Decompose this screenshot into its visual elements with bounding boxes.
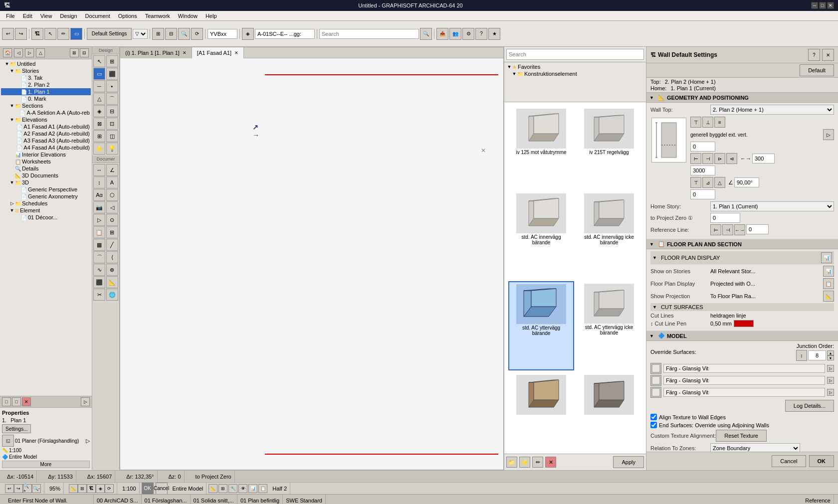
select-button[interactable]: 🏗 <box>31 28 43 40</box>
tool-angle-dim[interactable]: ∠ <box>106 164 118 176</box>
sb-tool-2[interactable]: ⊞ <box>78 484 87 493</box>
model-section-header[interactable]: ▼ 🔷 MODEL <box>646 331 838 341</box>
layer-input[interactable] <box>208 29 237 39</box>
nav-add-button[interactable]: □ <box>2 397 11 406</box>
angle-btn-2[interactable]: ⊿ <box>702 177 713 188</box>
end-surfaces-checkbox[interactable] <box>650 422 657 428</box>
wall-top-select[interactable]: 2. Plan 2 (Home + 1) <box>710 105 834 115</box>
surface-arrow-3[interactable]: ▷ <box>827 389 834 396</box>
menu-teamwork[interactable]: Teamwork <box>141 13 174 19</box>
ref-line-btn-2[interactable]: ⊣ <box>722 224 733 235</box>
ref-line-btn-1[interactable]: ⊢ <box>710 224 721 235</box>
search-input[interactable] <box>319 29 419 39</box>
status-layer-2[interactable]: 01 Förslagshan... <box>142 495 191 504</box>
menu-document[interactable]: Document <box>81 13 114 19</box>
tool-move[interactable]: ⊞ <box>106 55 118 67</box>
nav-forward-button[interactable]: ▷ <box>25 48 34 57</box>
show-stories-icon[interactable]: 📊 <box>823 266 834 277</box>
nav-item-section-aa[interactable]: 📄 A-A Sektion A-A (Auto-reb <box>1 109 91 116</box>
tool-mesh[interactable]: 🌐 <box>106 289 118 301</box>
angle-input[interactable] <box>734 177 759 187</box>
tool-fill[interactable]: ▦ <box>93 239 105 251</box>
sb-cancel-btn[interactable]: Cancel <box>156 483 168 495</box>
nav-item-decor[interactable]: 📄 01 Décoor... <box>1 214 91 221</box>
tool-3d-cut[interactable]: ✂ <box>93 289 105 301</box>
sb-tool-1[interactable]: 📐 <box>69 484 78 493</box>
nav-item-element[interactable]: ▼ ⊞ Element <box>1 207 91 214</box>
sb-extra-1[interactable]: 📐 <box>209 484 217 493</box>
tool-beam[interactable]: ─ <box>93 80 105 92</box>
undo-button[interactable]: ↩ <box>2 28 14 40</box>
sb-tool-4[interactable]: ◈ <box>96 484 105 493</box>
nav-item-worksheets[interactable]: 📋 Worksheets <box>1 158 91 165</box>
relation-zones-select[interactable]: Zone Boundary <box>710 443 800 452</box>
fp-display-header[interactable]: ▼ FLOOR PLAN DISPLAY 📊 <box>650 251 834 264</box>
home-story-select[interactable]: 1. Plan 1 (Current) <box>710 201 834 211</box>
geo-input-3[interactable] <box>690 189 715 199</box>
sb-extra-3[interactable]: 🔧 <box>228 484 237 493</box>
status-layer-4[interactable]: 01 Plan befintlig <box>237 495 283 504</box>
nav-item-3d[interactable]: ▼ 📁 3D <box>1 179 91 186</box>
tool-polyline[interactable]: ⟨ <box>106 251 118 263</box>
geo-btn-1[interactable]: ⊤ <box>690 117 701 128</box>
settings-button[interactable]: ⚙ <box>462 28 474 40</box>
tool-elev-mark[interactable]: ▷ <box>93 214 105 226</box>
nav-settings-button[interactable]: □ <box>12 397 21 406</box>
geo-btn-3[interactable]: ≡ <box>714 117 725 128</box>
tool-text[interactable]: A <box>106 176 118 188</box>
nav-item-untitled[interactable]: ▼ 📁 Untitled <box>1 60 91 67</box>
angle-btn-1[interactable]: ⊤ <box>690 177 701 188</box>
tool-shell[interactable]: ⌒ <box>106 93 118 105</box>
nav-up-button[interactable]: △ <box>36 48 45 57</box>
minimize-button[interactable]: ─ <box>811 2 818 9</box>
tool-roof[interactable]: △ <box>93 93 105 105</box>
angle-btn-3[interactable]: △ <box>714 177 725 188</box>
show-proj-icon[interactable]: 📐 <box>823 291 834 302</box>
nav-item-fasad-a2[interactable]: 📄 A2 Fasad A2 (Auto-rebuild) <box>1 130 91 137</box>
junction-down-button[interactable]: ▼ <box>827 355 834 360</box>
wall-help-button[interactable]: ? <box>808 49 820 61</box>
tool-line[interactable]: ╱ <box>106 239 118 251</box>
lib-item-2[interactable]: iv 215T regelvägg <box>576 106 642 189</box>
drawing-area[interactable]: ↗→ ✕ <box>120 58 503 470</box>
viewport-close-x[interactable]: ✕ <box>481 147 486 154</box>
floor-plan-section-header[interactable]: ▼ 📋 FLOOR PLAN AND SECTION <box>646 239 838 249</box>
ref-btn-4[interactable]: ⊲ <box>726 153 737 164</box>
lib-item-7[interactable] <box>508 372 574 450</box>
arrow-button[interactable]: ↖ <box>44 28 56 40</box>
menu-help[interactable]: Help <box>202 13 221 19</box>
settings-select[interactable]: ▽ <box>133 29 148 39</box>
tool-zone[interactable]: ⬡ <box>106 189 118 201</box>
ref-btn-2[interactable]: ⊣ <box>702 153 713 164</box>
ref-btn-1[interactable]: ⊢ <box>690 153 701 164</box>
apply-button[interactable]: Apply <box>613 456 644 468</box>
status-layer-3[interactable]: 01 Solida snitt,... <box>191 495 237 504</box>
menu-design[interactable]: Design <box>56 13 81 19</box>
wall-button[interactable]: ▭ <box>70 28 82 40</box>
settings-button[interactable]: Settings... <box>2 424 31 433</box>
nav-scroll-right[interactable]: ▷ <box>81 397 90 406</box>
tool-column[interactable]: ⬛ <box>106 68 118 80</box>
tool-skylight[interactable]: ◫ <box>106 130 118 142</box>
nav-item-fasad-a4[interactable]: 📄 A4 Fasad A4 (Auto-rebuild) <box>1 144 91 151</box>
view-btn-1[interactable]: ◈ <box>242 28 254 40</box>
nav-item-elevations[interactable]: ▼ 📁 Elevations <box>1 116 91 123</box>
tool-railing[interactable]: ⊠ <box>93 118 105 130</box>
viewport-tab-plan1[interactable]: (i) 1. Plan 1 [1. Plan 1] ✕ <box>120 47 192 58</box>
tool-grid[interactable]: ⊞ <box>106 226 118 238</box>
sb-extra-2[interactable]: ⊞ <box>218 484 227 493</box>
close-button[interactable]: ✕ <box>827 2 834 9</box>
nav-item-sections[interactable]: ▼ 📁 Sections <box>1 102 91 109</box>
ok-button[interactable]: OK <box>809 455 835 467</box>
nav-item-mark[interactable]: 📄 0. Mark <box>1 95 91 102</box>
nav-item-details[interactable]: 🔍 Details <box>1 165 91 172</box>
surface-arrow-1[interactable]: ▷ <box>827 365 834 372</box>
lib-delete-button[interactable]: ✕ <box>545 457 556 468</box>
sb-redo[interactable]: ↪ <box>14 484 23 493</box>
tool-drawing[interactable]: 📐 <box>106 276 118 288</box>
teamwork-button[interactable]: 👥 <box>449 28 461 40</box>
nav-home-button[interactable]: 🏠 <box>3 48 12 57</box>
search-button[interactable]: 🔍 <box>420 28 432 40</box>
surface-arrow-2[interactable]: ▷ <box>827 377 834 384</box>
zoom-button[interactable]: 🔍 <box>178 28 190 40</box>
